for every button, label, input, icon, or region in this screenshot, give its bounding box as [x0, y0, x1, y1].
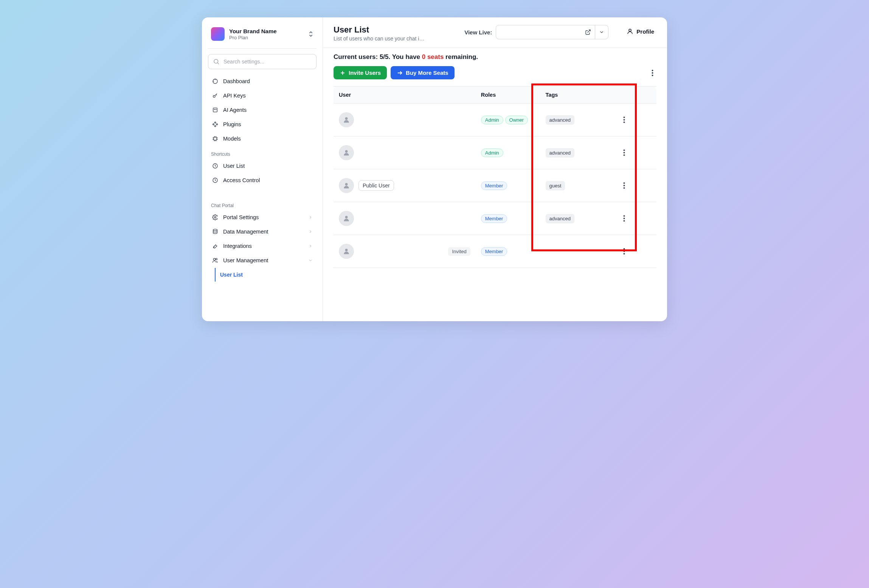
nav-label: Models: [223, 136, 241, 142]
svg-point-38: [345, 249, 348, 251]
view-live-label: View Live:: [464, 29, 492, 36]
brand-text: Your Brand Name Pro Plan: [229, 28, 304, 40]
nav-integrations[interactable]: Integrations: [208, 239, 317, 253]
tag-pill: advanced: [546, 115, 574, 125]
role-pill: Admin: [481, 116, 503, 124]
seats-text: Current users: 5/5. You have 0 seats rem…: [334, 53, 656, 61]
svg-point-21: [652, 74, 653, 76]
nav-shortcuts: User List Access Control: [208, 159, 317, 187]
seats-suffix: remaining.: [444, 53, 478, 60]
invite-label: Invite Users: [349, 70, 381, 76]
table-wrap: User Roles Tags AdminOwneradvancedAdmina…: [323, 79, 667, 279]
subnav-user-list[interactable]: User List: [215, 268, 317, 282]
table-row: InvitedMember: [334, 235, 656, 268]
nav-api-keys[interactable]: API Keys: [208, 89, 317, 102]
role-pill: Owner: [505, 116, 528, 124]
chevron-up-down-icon: [308, 31, 313, 37]
nav-models[interactable]: Models: [208, 132, 317, 145]
chip-icon: [212, 136, 219, 142]
key-icon: [212, 93, 219, 99]
nav-label: Data Management: [223, 229, 268, 235]
user-cell: [334, 104, 476, 136]
row-more-menu[interactable]: [623, 109, 652, 131]
action-row: Invite Users Buy More Seats: [334, 66, 656, 79]
nav-label: Plugins: [223, 121, 241, 127]
view-live: View Live:: [464, 25, 608, 39]
invite-users-button[interactable]: Invite Users: [334, 66, 387, 79]
svg-point-33: [623, 187, 625, 189]
seats-middle: . You have: [389, 53, 422, 60]
roles-cell: Member: [476, 202, 540, 235]
table-row: Memberadvanced: [334, 202, 656, 235]
roles-cell: Admin: [476, 136, 540, 169]
nav-label: Portal Settings: [223, 214, 259, 220]
nav-access-control[interactable]: Access Control: [208, 173, 317, 187]
nav-label: User Management: [223, 257, 268, 263]
nav-user-list[interactable]: User List: [208, 159, 317, 173]
external-link-icon[interactable]: [581, 25, 595, 39]
svg-rect-4: [213, 108, 217, 112]
nav-label: Access Control: [223, 177, 260, 183]
svg-point-24: [623, 119, 625, 121]
view-live-input-group: [496, 25, 608, 39]
profile-label: Profile: [636, 28, 654, 35]
user-icon: [627, 28, 633, 35]
tags-cell: advanced: [540, 202, 618, 235]
nav-dashboard[interactable]: Dashboard: [208, 74, 317, 88]
nav-ai-agents[interactable]: AI Agents: [208, 103, 317, 117]
tag-pill: guest: [546, 181, 565, 190]
search-input-wrapper[interactable]: [208, 54, 317, 69]
row-more-menu[interactable]: [623, 142, 652, 164]
svg-point-3: [213, 95, 215, 97]
tags-cell: [540, 235, 618, 268]
chevron-down-icon: [308, 258, 313, 263]
svg-point-40: [623, 251, 625, 252]
user-table: User Roles Tags AdminOwneradvancedAdmina…: [334, 86, 656, 268]
svg-point-28: [623, 152, 625, 153]
header-title-block: User List List of users who can use your…: [334, 25, 424, 42]
roles-cell: AdminOwner: [476, 104, 540, 136]
row-more-menu[interactable]: [623, 175, 652, 197]
role-pill: Member: [481, 247, 507, 256]
svg-point-30: [345, 183, 348, 186]
brand-logo-icon: [211, 27, 225, 41]
row-more-menu[interactable]: [623, 240, 652, 262]
profile-button[interactable]: Profile: [624, 25, 656, 38]
tags-cell: advanced: [540, 136, 618, 169]
table-header-row: User Roles Tags: [334, 87, 656, 104]
brand-name: Your Brand Name: [229, 28, 304, 34]
nav-data-management[interactable]: Data Management: [208, 225, 317, 238]
view-live-dropdown[interactable]: [595, 25, 608, 39]
nav-label: Dashboard: [223, 78, 250, 84]
row-actions-cell: [618, 169, 657, 202]
nav-portal-settings[interactable]: Portal Settings: [208, 210, 317, 224]
brand-switcher[interactable]: Your Brand Name Pro Plan: [208, 25, 317, 43]
role-pill: Member: [481, 181, 507, 190]
users-icon: [212, 257, 219, 263]
svg-point-37: [623, 220, 625, 222]
seats-prefix: Current users:: [334, 53, 380, 60]
subnav-user-management: User List: [215, 268, 317, 282]
table-row: Public UserMemberguest: [334, 169, 656, 202]
search-input[interactable]: [223, 59, 312, 65]
buy-seats-button[interactable]: Buy More Seats: [391, 66, 455, 79]
nav-user-management[interactable]: User Management: [208, 254, 317, 267]
nav-portal: Portal Settings Data Management: [208, 210, 317, 282]
chevron-right-icon: [308, 229, 313, 234]
divider: [208, 48, 317, 49]
shortcuts-label: Shortcuts: [208, 145, 317, 159]
col-roles-header: Roles: [476, 87, 540, 104]
tools-icon: [212, 243, 219, 249]
portal-label: Chat Portal: [208, 197, 317, 210]
svg-point-39: [623, 248, 625, 250]
nav-main: Dashboard API Keys AI Agents Plugins: [208, 74, 317, 145]
banner-more-menu[interactable]: [649, 67, 656, 79]
nav-label: User List: [223, 163, 245, 169]
user-cell: Invited: [334, 235, 476, 268]
seats-zero: 0 seats: [422, 53, 444, 60]
sidebar: Your Brand Name Pro Plan Dashboard: [202, 17, 323, 321]
user-name-chip: Public User: [358, 180, 394, 191]
nav-plugins[interactable]: Plugins: [208, 118, 317, 131]
svg-point-12: [213, 258, 215, 260]
row-more-menu[interactable]: [623, 207, 652, 229]
